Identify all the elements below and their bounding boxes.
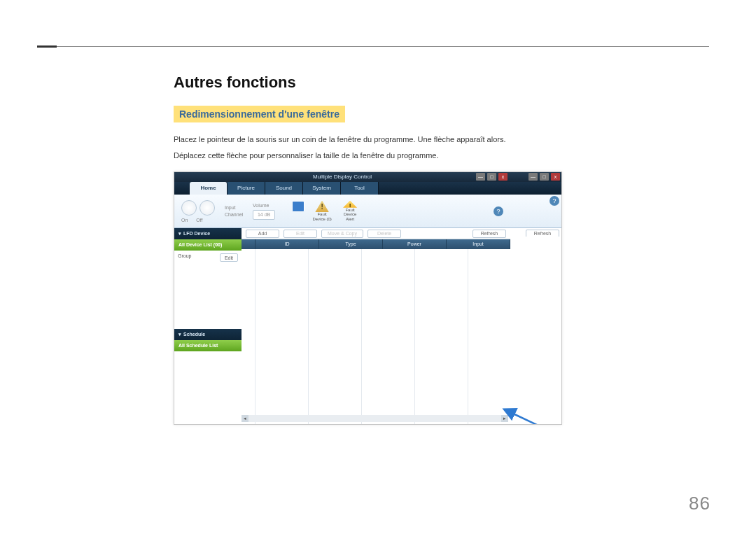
work-zone: ▾LFD Device All Device List (00) Group E…	[174, 228, 510, 424]
caret-down-icon: ▾	[178, 332, 181, 337]
minimize-button[interactable]: —	[528, 173, 538, 181]
grid-header-type[interactable]: Type	[319, 239, 383, 249]
edit-button[interactable]: Edit	[284, 230, 317, 238]
tab-sound[interactable]: Sound	[265, 182, 303, 195]
grid-header-row: ID Type Power Input	[241, 239, 510, 249]
sidebar: ▾LFD Device All Device List (00) Group E…	[174, 228, 241, 424]
header-rule	[37, 46, 709, 47]
fault-device-count[interactable]: Fault Device (0)	[312, 201, 332, 222]
monitor-icon	[292, 201, 304, 212]
caret-down-icon: ▾	[178, 231, 181, 236]
tab-system[interactable]: System	[303, 182, 341, 195]
app-screenshot: Multiple Display Control — □ x Home Pict…	[174, 171, 562, 425]
paragraph-2: Déplacez cette flèche pour personnaliser…	[174, 150, 713, 162]
app-title: Multiple Display Control	[313, 174, 372, 180]
close-button[interactable]: x	[551, 173, 560, 181]
grid-header-blank	[241, 239, 255, 249]
power-off-button[interactable]	[200, 200, 215, 216]
maximize-button[interactable]: □	[487, 173, 496, 181]
section-subheading: Redimensionnement d'une fenêtre	[174, 106, 345, 122]
tab-tool[interactable]: Tool	[341, 182, 379, 195]
main-window: Multiple Display Control — □ x Home Pict…	[174, 172, 510, 424]
maximize-button[interactable]: □	[540, 173, 549, 181]
grid-column-lines	[241, 249, 510, 424]
sidebar-group-edit-button[interactable]: Edit	[220, 253, 238, 262]
secondary-window: — □ x ? Refresh Setting	[510, 172, 562, 424]
sidebar-all-device-list[interactable]: All Device List (00)	[174, 239, 241, 251]
grid-toolbar: Add Edit Move & Copy Delete Refresh	[241, 228, 510, 239]
refresh-button[interactable]: Refresh	[472, 230, 506, 238]
power-on-button[interactable]	[181, 200, 197, 216]
scroll-right-icon[interactable]: ▸	[501, 415, 508, 422]
scroll-left-icon[interactable]: ◂	[241, 415, 248, 422]
power-off-label: Off	[196, 218, 202, 223]
volume-value-button[interactable]: 14 dB	[253, 210, 275, 220]
move-copy-button[interactable]: Move & Copy	[321, 230, 363, 238]
sidebar-group-label: Group	[178, 253, 191, 258]
delete-button[interactable]: Delete	[368, 230, 401, 238]
volume-label: Volume	[253, 203, 275, 208]
grid-header-input[interactable]: Input	[447, 239, 510, 249]
sidebar-all-schedule-list[interactable]: All Schedule List	[174, 340, 241, 351]
minimize-button[interactable]: —	[476, 173, 485, 181]
secondary-titlebar: — □ x	[510, 172, 562, 182]
tab-picture[interactable]: Picture	[227, 182, 265, 195]
page-number: 86	[689, 493, 710, 514]
sidebar-group-row: Group Edit	[174, 251, 241, 329]
grid-body	[241, 249, 510, 424]
warning-icon	[315, 201, 329, 213]
window-controls: — □ x	[476, 173, 507, 181]
sidebar-schedule[interactable]: ▾Schedule	[174, 329, 241, 340]
warning-icon	[343, 201, 357, 208]
content-column: Autres fonctions Redimensionnement d'une…	[174, 73, 713, 425]
fault-device-alert[interactable]: Fault Device Alert	[340, 201, 360, 222]
channel-label: Channel	[225, 212, 243, 217]
tab-home[interactable]: Home	[190, 182, 227, 195]
grid-header-power[interactable]: Power	[383, 239, 447, 249]
sidebar-empty	[174, 351, 241, 424]
secondary-tabstrip	[510, 182, 562, 195]
alert-icons-group: Fault Device (0) Fault Device Alert	[292, 201, 360, 222]
page-heading: Autres fonctions	[174, 73, 713, 92]
ribbon-input-group: Input Channel	[225, 205, 243, 217]
grid-pane: Add Edit Move & Copy Delete Refresh ID T…	[241, 228, 510, 424]
title-bar: Multiple Display Control — □ x	[174, 172, 510, 182]
add-button[interactable]: Add	[246, 230, 279, 238]
tab-strip: Home Picture Sound System Tool	[174, 182, 510, 195]
sidebar-lfd-device[interactable]: ▾LFD Device	[174, 228, 241, 239]
close-button[interactable]: x	[498, 173, 507, 181]
header-rule-accent	[37, 45, 57, 48]
grid-header-id[interactable]: ID	[255, 239, 319, 249]
secondary-grid-body	[510, 237, 562, 424]
ribbon: On Off Input Channel Volume 14 dB	[174, 195, 510, 228]
help-icon[interactable]: ?	[550, 196, 559, 206]
input-label: Input	[225, 205, 243, 210]
paragraph-1: Placez le pointeur de la souris sur un c…	[174, 134, 713, 146]
ribbon-power-group: On Off	[181, 200, 215, 223]
secondary-ribbon: ?	[510, 195, 562, 228]
power-on-label: On	[181, 218, 188, 223]
help-icon[interactable]: ?	[493, 206, 503, 216]
ribbon-volume-group: Volume 14 dB	[253, 203, 275, 220]
horizontal-scrollbar[interactable]: ◂ ▸	[241, 415, 508, 422]
